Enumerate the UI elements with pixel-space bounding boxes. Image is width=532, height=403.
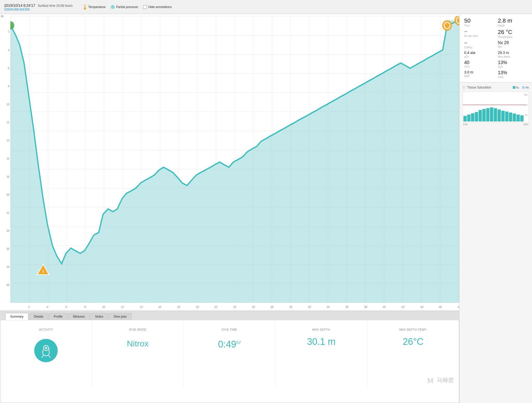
stat-mix-value: Nx 29 bbox=[498, 40, 528, 45]
datetime-display: 2019/10/14 6:24'17 bbox=[4, 3, 35, 8]
y-label-10: 10 bbox=[6, 103, 9, 106]
stat-max-depth-label: Max depth bbox=[498, 55, 528, 58]
x-axis: 2' 4' 6' 8' 10' 12' 14' 16' 18' 20' 22' … bbox=[10, 303, 459, 311]
tab-mixtures[interactable]: Mixtures bbox=[68, 313, 90, 320]
x-label-6: 6' bbox=[65, 306, 67, 309]
svg-point-16 bbox=[49, 349, 50, 350]
stat-otu-label: OTU bbox=[464, 65, 494, 68]
tabs-area: Summary Details Profile Mixtures Notes D… bbox=[0, 311, 459, 403]
partial-pressure-icon bbox=[111, 5, 115, 9]
watermark: M 马蜂窝 bbox=[427, 376, 454, 385]
svg-rect-26 bbox=[471, 113, 474, 121]
max-depth-label: MAX DEPTH bbox=[312, 328, 330, 331]
stat-cns: 13% CNS bbox=[498, 70, 528, 79]
y-label-30: 30 bbox=[6, 283, 9, 286]
y-label-2: 2 bbox=[8, 30, 9, 33]
dive-mode-cell: DIVE MODE Nitrox bbox=[92, 320, 184, 388]
tab-details[interactable]: Details bbox=[29, 313, 48, 320]
tissue-collapse-icon[interactable]: ▽ bbox=[463, 86, 465, 89]
partial-pressure-legend: Partial pressure bbox=[111, 5, 138, 9]
x-label-42: 42' bbox=[401, 306, 405, 309]
header-datetime: 2019/10/14 6:24'17 Surface time 15:08 ho… bbox=[4, 3, 73, 10]
x-label-44: 44' bbox=[420, 306, 424, 309]
x-label-16: 16' bbox=[158, 306, 162, 309]
y-label-22: 22 bbox=[6, 211, 9, 214]
hide-annotations-checkbox[interactable] bbox=[143, 5, 147, 9]
hide-annotations-legend[interactable]: Hide annotations bbox=[143, 5, 172, 9]
y-axis: 2 4 6 8 10 12 14 16 18 20 22 24 26 28 30 bbox=[0, 14, 10, 303]
max-depth-temp-cell: MAX DEPTH TEMP. 26°C M 马蜂窝 bbox=[367, 320, 459, 388]
stat-cns-label: CNS bbox=[498, 76, 528, 79]
stat-time-label: Time bbox=[464, 24, 494, 27]
stat-ead-value: 3.0 m bbox=[464, 70, 494, 74]
tab-summary[interactable]: Summary bbox=[5, 313, 28, 320]
header-legend: Temperature Partial pressure Hide annota… bbox=[83, 4, 172, 10]
chart-wrapper[interactable]: m 2 4 6 8 10 12 14 16 18 20 22 24 26 28 bbox=[0, 14, 459, 311]
y-label-26: 26 bbox=[6, 247, 9, 250]
tab-notes[interactable]: Notes bbox=[90, 313, 108, 320]
x-label-14: 14' bbox=[140, 306, 143, 309]
svg-point-17 bbox=[50, 348, 51, 349]
hide-annotations-label: Hide annotations bbox=[148, 5, 172, 9]
tab-content: ACTIVITY bbox=[0, 320, 459, 403]
svg-point-18 bbox=[49, 346, 50, 347]
stat-temp: 26 °C Temperature bbox=[498, 29, 528, 38]
svg-rect-28 bbox=[478, 110, 482, 121]
tab-profile[interactable]: Profile bbox=[49, 313, 68, 320]
x-label-10: 10' bbox=[102, 306, 105, 309]
stat-temp-value: 26 °C bbox=[498, 29, 528, 35]
x-label-32: 32' bbox=[308, 306, 311, 309]
header-bar: 2019/10/14 6:24'17 Surface time 15:08 ho… bbox=[0, 0, 532, 14]
dive-time-value: 0:4957 bbox=[218, 339, 241, 350]
stat-po2-value: 0.4 ata bbox=[464, 51, 494, 55]
he-dot bbox=[522, 86, 525, 89]
svg-rect-34 bbox=[501, 111, 505, 121]
stat-ead-label: EAD bbox=[464, 75, 494, 78]
diver-icon bbox=[38, 343, 54, 358]
stat-mix-label: Mix bbox=[498, 45, 528, 48]
activity-cell: ACTIVITY bbox=[0, 320, 92, 388]
svg-text:150: 150 bbox=[524, 94, 528, 96]
partial-pressure-legend-label: Partial pressure bbox=[116, 5, 138, 9]
surface-time-display: Surface time 15:08 hours bbox=[38, 4, 72, 8]
stat-po2: 0.4 ata pO₂ bbox=[464, 51, 494, 58]
x-label-12: 12' bbox=[121, 306, 124, 309]
tissue-legend: N₂ He bbox=[513, 86, 529, 89]
dive-mode-value: Nitrox bbox=[127, 339, 149, 349]
tab-dive-plan[interactable]: Dive plan bbox=[109, 313, 132, 320]
change-date-link[interactable]: Change date and time bbox=[4, 8, 73, 10]
stat-ole-label: OLE bbox=[498, 65, 528, 68]
mafengwo-logo: M bbox=[427, 376, 436, 385]
stat-ole: 13% OLE bbox=[498, 60, 528, 69]
stat-no-dec-time: -- No dec time bbox=[464, 29, 494, 38]
y-label-12: 12 bbox=[6, 121, 9, 124]
stat-depth-value: 2.8 m bbox=[498, 18, 528, 24]
svg-point-9 bbox=[442, 20, 452, 31]
stat-cns-value: 13% bbox=[498, 70, 528, 76]
stat-max-depth: 29.3 m Max depth bbox=[498, 51, 528, 58]
chart-svg[interactable]: ! bbox=[10, 16, 459, 303]
svg-point-1 bbox=[84, 8, 86, 10]
y-label-4: 4 bbox=[8, 49, 9, 52]
x-label-4: 4' bbox=[47, 306, 49, 309]
right-panel: 50 Time 2.8 m Depth -- No dec time 26 °C… bbox=[459, 14, 532, 403]
y-label-28: 28 bbox=[6, 265, 9, 268]
temperature-legend: Temperature bbox=[83, 4, 106, 10]
y-label-24: 24 bbox=[6, 229, 9, 232]
stat-ole-value: 13% bbox=[498, 60, 528, 65]
max-depth-temp-value: 26°C bbox=[403, 336, 423, 347]
x-label-26: 26' bbox=[252, 306, 255, 309]
stat-max-depth-value: 29.3 m bbox=[498, 51, 528, 55]
svg-rect-25 bbox=[467, 115, 471, 122]
svg-rect-30 bbox=[486, 108, 490, 121]
max-depth-cell: MAX DEPTH 30.1 m bbox=[276, 320, 367, 388]
stat-ceiling: -- Ceiling bbox=[464, 40, 494, 49]
x-label-22: 22' bbox=[214, 306, 218, 309]
svg-text:50: 50 bbox=[525, 114, 527, 117]
n2-dot bbox=[513, 86, 515, 89]
he-legend: He bbox=[522, 86, 529, 89]
activity-label: ACTIVITY bbox=[39, 328, 53, 331]
x-label-8: 8' bbox=[84, 306, 86, 309]
x-label-18: 18' bbox=[177, 306, 180, 309]
stat-temp-label: Temperature bbox=[498, 36, 528, 38]
